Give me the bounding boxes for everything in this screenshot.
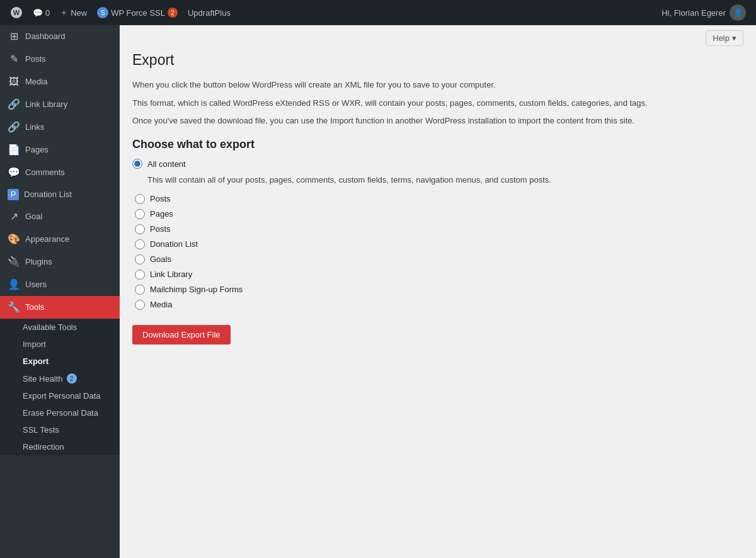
avatar[interactable]: 👤 [730, 4, 746, 21]
posts-icon: ✎ [8, 53, 20, 65]
radio-pages[interactable]: Pages [135, 209, 674, 219]
wp-force-ssl-button[interactable]: S WP Force SSL 2 [92, 0, 183, 25]
sidebar-item-link-library[interactable]: 🔗 Link Library [0, 93, 120, 116]
page-desc-1: When you click the button below WordPres… [132, 79, 674, 92]
updraftplus-label: UpdraftPlus [188, 8, 231, 18]
media-label[interactable]: Media [150, 300, 172, 309]
sidebar-label: Dashboard [25, 31, 112, 42]
radio-pages-input[interactable] [135, 209, 145, 219]
sidebar-label: Tools [25, 302, 112, 313]
sidebar-label: Link Library [25, 99, 112, 110]
sidebar-item-media[interactable]: 🖼 Media [0, 71, 120, 93]
link-library-icon: 🔗 [8, 98, 20, 111]
media-icon: 🖼 [8, 76, 20, 88]
sidebar-item-tools[interactable]: 🔧 Tools [0, 296, 120, 319]
page-title: Export [132, 51, 674, 70]
help-label: Help [713, 33, 730, 43]
pages-icon: 📄 [8, 144, 20, 156]
sidebar-item-donation-list[interactable]: P Donation List [0, 184, 120, 205]
submenu-redirection[interactable]: Redirection [0, 438, 120, 455]
posts2-label[interactable]: Posts [150, 224, 171, 234]
submenu-import[interactable]: Import [0, 336, 120, 353]
sidebar-item-users[interactable]: 👤 Users [0, 273, 120, 296]
radio-media[interactable]: Media [135, 300, 674, 310]
posts1-label[interactable]: Posts [150, 194, 171, 203]
help-chevron-icon: ▾ [732, 33, 736, 43]
donation-list-icon: P [8, 189, 19, 200]
submenu-erase-personal-data[interactable]: Erase Personal Data [0, 404, 120, 421]
radio-donation-input[interactable] [135, 239, 145, 249]
all-content-desc: This will contain all of your posts, pag… [147, 174, 674, 186]
sidebar-label: Donation List [24, 189, 112, 200]
sidebar-item-goal[interactable]: ↗ Goal [0, 205, 120, 228]
goals-label[interactable]: Goals [150, 254, 171, 264]
updraftplus-button[interactable]: UpdraftPlus [183, 0, 236, 25]
donation-list-label[interactable]: Donation List [150, 239, 198, 249]
user-info: Hi, Florian Egerer 👤 [662, 4, 751, 21]
new-label: New [71, 8, 87, 18]
plus-icon: ＋ [60, 7, 68, 18]
sidebar-item-comments[interactable]: 💬 Comments [0, 161, 120, 184]
wp-force-ssl-label: WP Force SSL [111, 8, 165, 18]
appearance-icon: 🎨 [8, 233, 20, 246]
sidebar-label: Plugins [25, 256, 112, 268]
download-export-file-button[interactable]: Download Export File [132, 325, 231, 344]
radio-posts2-input[interactable] [135, 224, 145, 234]
comment-icon: 💬 [33, 8, 43, 18]
submenu-export[interactable]: Export [0, 353, 120, 370]
radio-mailchimp[interactable]: Mailchimp Sign-up Forms [135, 285, 674, 295]
sidebar-item-posts[interactable]: ✎ Posts [0, 48, 120, 71]
radio-posts-1[interactable]: Posts [135, 194, 674, 204]
comments-icon: 💬 [8, 166, 20, 179]
sidebar-item-pages[interactable]: 📄 Pages [0, 139, 120, 161]
radio-link-library-input[interactable] [135, 270, 145, 280]
main-content: Help ▾ Export When you click the button … [120, 25, 756, 558]
submenu-site-health[interactable]: Site Health 2 [0, 370, 120, 387]
ssl-icon: S [97, 7, 108, 18]
section-title: Choose what to export [132, 138, 674, 151]
new-button[interactable]: ＋ New [55, 0, 92, 25]
radio-all-content-input[interactable] [132, 159, 142, 169]
pages-label[interactable]: Pages [150, 209, 173, 219]
goal-icon: ↗ [8, 210, 20, 223]
radio-goals-input[interactable] [135, 254, 145, 265]
radio-all-content[interactable]: All content [132, 159, 674, 169]
plugins-icon: 🔌 [8, 256, 20, 268]
admin-bar: W 💬 0 ＋ New S WP Force SSL 2 UpdraftPlus… [0, 0, 756, 25]
comments-button[interactable]: 💬 0 [28, 0, 55, 25]
page-desc-3: Once you've saved the download file, you… [132, 115, 674, 128]
radio-mailchimp-input[interactable] [135, 285, 145, 295]
users-icon: 👤 [8, 278, 20, 291]
sidebar-item-appearance[interactable]: 🎨 Appearance [0, 228, 120, 251]
page-desc-2: This format, which is called WordPress e… [132, 97, 674, 110]
radio-media-input[interactable] [135, 300, 145, 310]
sidebar-label: Users [25, 279, 112, 290]
help-button[interactable]: Help ▾ [706, 30, 743, 46]
radio-posts-2[interactable]: Posts [135, 224, 674, 234]
radio-posts1-input[interactable] [135, 194, 145, 204]
radio-donation-list[interactable]: Donation List [135, 239, 674, 249]
tools-submenu: Available Tools Import Export Site Healt… [0, 319, 120, 455]
submenu-ssl-tests[interactable]: SSL Tests [0, 421, 120, 438]
sidebar-label: Media [25, 76, 112, 88]
sidebar-item-plugins[interactable]: 🔌 Plugins [0, 251, 120, 273]
dashboard-icon: ⊞ [8, 30, 20, 43]
sidebar-item-links[interactable]: 🔗 Links [0, 116, 120, 139]
site-health-badge: 2 [67, 373, 77, 384]
submenu-available-tools[interactable]: Available Tools [0, 319, 120, 336]
content-area: Export When you click the button below W… [120, 51, 687, 357]
link-library-label[interactable]: Link Library [150, 270, 192, 279]
submenu-export-personal-data[interactable]: Export Personal Data [0, 387, 120, 404]
wp-logo-button[interactable]: W [5, 0, 28, 25]
links-icon: 🔗 [8, 121, 20, 134]
help-bar: Help ▾ [120, 25, 756, 51]
sidebar-item-dashboard[interactable]: ⊞ Dashboard [0, 25, 120, 48]
radio-goals[interactable]: Goals [135, 254, 674, 265]
mailchimp-label[interactable]: Mailchimp Sign-up Forms [150, 285, 243, 294]
comments-count: 0 [45, 8, 50, 18]
radio-link-library[interactable]: Link Library [135, 270, 674, 280]
sidebar-label: Goal [25, 211, 112, 222]
all-content-label[interactable]: All content [147, 159, 186, 169]
user-greeting: Hi, Florian Egerer [662, 8, 726, 18]
sidebar-label: Links [25, 122, 112, 133]
